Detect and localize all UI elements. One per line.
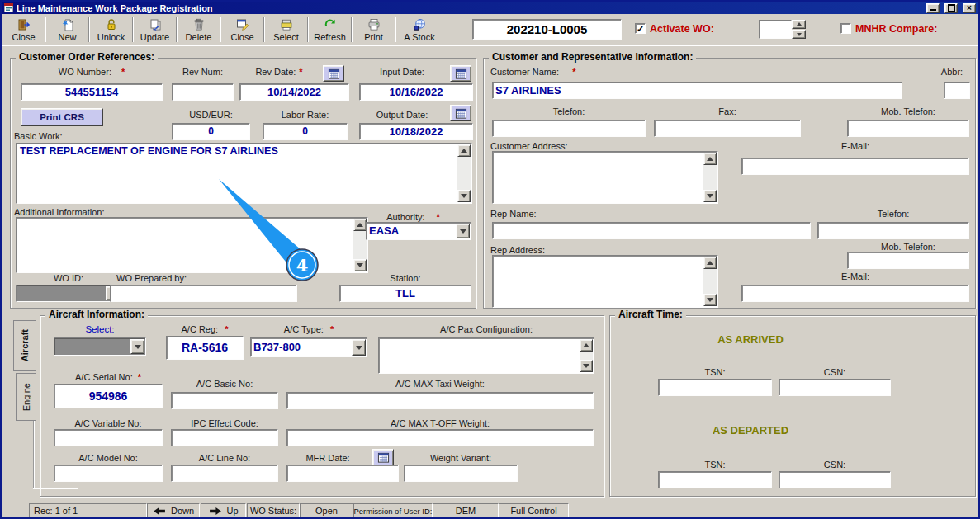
wo-number-field[interactable]: 544551154 (21, 83, 163, 101)
close-exit-button[interactable]: Close (4, 16, 43, 44)
scroll-up-button[interactable] (703, 257, 717, 269)
output-date-calendar-button[interactable] (450, 105, 471, 121)
activate-wo-checkbox[interactable]: ✓ (635, 23, 646, 34)
toolbar-separator (220, 17, 221, 42)
update-icon (149, 18, 162, 31)
scrollbar[interactable] (457, 144, 471, 202)
usd-eur-label: USD/EUR: (172, 110, 250, 120)
scrollbar[interactable] (703, 257, 717, 306)
scrollbar[interactable] (580, 339, 593, 372)
minimize-button[interactable] (926, 3, 940, 13)
scroll-down-button[interactable] (703, 190, 717, 202)
ac-model-no-field[interactable] (54, 465, 163, 482)
scroll-up-button[interactable] (353, 219, 367, 231)
pax-configuration-textarea[interactable] (378, 337, 594, 374)
customer-address-textarea[interactable] (492, 151, 718, 204)
fax-field[interactable] (654, 120, 801, 137)
arrived-tsn-field[interactable] (658, 379, 772, 396)
dropdown-button[interactable] (130, 339, 144, 354)
rep-name-field[interactable] (492, 222, 811, 239)
delete-button[interactable]: Delete (179, 16, 218, 44)
scroll-down-button[interactable] (457, 190, 471, 202)
unlock-button[interactable]: Unlock (92, 16, 130, 44)
spinner-up-button[interactable] (792, 20, 806, 29)
additional-information-textarea[interactable] (16, 217, 368, 273)
aircraft-time-group: Aircraft Time: AS ARRIVED TSN: CSN: AS D… (609, 315, 976, 497)
input-date-field[interactable]: 10/16/2022 (359, 83, 473, 101)
ac-reg-field[interactable]: RA-5616 (166, 336, 244, 360)
scrollbar[interactable] (703, 153, 717, 202)
record-down-button[interactable]: Down (147, 503, 200, 518)
labor-rate-field[interactable]: 0 (263, 123, 348, 140)
rep-telefon-field[interactable] (817, 222, 969, 239)
update-button[interactable]: Update (135, 16, 174, 44)
select-button[interactable]: Select (267, 16, 305, 44)
ac-serial-no-field[interactable]: 954986 (54, 384, 163, 408)
mfr-date-field[interactable] (286, 465, 399, 482)
spinner-down-button[interactable] (792, 30, 806, 39)
toolbar-separator (45, 17, 46, 42)
ac-max-taxi-weight-field[interactable] (286, 392, 594, 409)
close-window-button[interactable]: × (963, 3, 976, 13)
tab-engine[interactable]: Engine (16, 373, 36, 421)
customer-name-field[interactable]: S7 AIRLINES (492, 82, 902, 99)
rev-num-field[interactable] (172, 83, 234, 101)
aircraft-select-dropdown[interactable] (54, 337, 146, 356)
calendar-icon (455, 68, 467, 80)
rep-email-field[interactable] (741, 285, 969, 302)
scroll-down-button[interactable] (580, 360, 593, 372)
ac-type-dropdown[interactable]: B737-800 (250, 337, 367, 357)
aircraft-select-label[interactable]: Select: (54, 324, 146, 335)
refresh-button[interactable]: Refresh (310, 16, 349, 44)
dropdown-button[interactable] (456, 224, 470, 238)
wo-prepared-by-field[interactable] (110, 285, 297, 302)
dropdown-button[interactable] (352, 339, 366, 356)
telefon-field[interactable] (492, 120, 646, 137)
scrollbar[interactable] (353, 219, 367, 271)
scroll-down-button[interactable] (353, 259, 367, 271)
basic-work-textarea[interactable]: TEST REPLACEMENT OF ENGINE FOR S7 AIRLIN… (16, 143, 472, 204)
mnhr-compare-checkbox[interactable] (840, 23, 851, 34)
record-up-button[interactable]: Up (201, 503, 246, 518)
scroll-up-button[interactable] (580, 339, 593, 352)
mnhr-spinner-value[interactable] (759, 20, 792, 39)
rep-address-textarea[interactable] (492, 255, 718, 308)
ac-line-no-field[interactable] (171, 465, 278, 482)
mfr-date-calendar-button[interactable] (372, 449, 394, 466)
abbr-field[interactable] (944, 82, 970, 99)
ac-basic-no-field[interactable] (171, 392, 278, 409)
scroll-up-button[interactable] (457, 144, 471, 157)
authority-value: EASA (367, 224, 399, 237)
ac-variable-no-field[interactable] (54, 429, 163, 446)
toolbtn-label: Close (12, 32, 35, 42)
ac-max-toff-weight-field[interactable] (286, 429, 594, 446)
calendar-icon (328, 68, 340, 80)
ipc-effect-code-field[interactable] (171, 429, 278, 446)
print-crs-button[interactable]: Print CRS (21, 108, 103, 126)
print-button[interactable]: Print (354, 16, 393, 44)
scroll-down-button[interactable] (703, 294, 717, 306)
scroll-up-button[interactable] (703, 153, 717, 165)
close-record-button[interactable]: Close (223, 16, 262, 44)
required-marker: * (225, 324, 228, 334)
departed-tsn-field[interactable] (658, 471, 772, 488)
email-field[interactable] (741, 158, 969, 175)
mnhr-spinner[interactable] (792, 20, 806, 39)
authority-dropdown[interactable]: EASA (366, 222, 471, 240)
input-date-calendar-button[interactable] (450, 65, 471, 82)
departed-csn-field[interactable] (779, 471, 891, 488)
rev-date-field[interactable]: 10/14/2022 (239, 83, 349, 101)
rev-date-calendar-button[interactable] (323, 65, 344, 82)
station-field[interactable]: TLL (339, 285, 471, 302)
output-date-field[interactable]: 10/18/2022 (359, 123, 473, 140)
new-button[interactable]: New (48, 16, 87, 44)
tab-aircraft[interactable]: Aircraft (13, 320, 36, 371)
a-stock-button[interactable]: A Stock (398, 16, 441, 44)
mob-telefon-field[interactable] (847, 120, 969, 137)
weight-variant-field[interactable] (404, 465, 518, 482)
wo-id-dropdown[interactable] (16, 285, 121, 302)
arrived-csn-field[interactable] (779, 379, 891, 396)
rep-mob-telefon-field[interactable] (847, 252, 969, 269)
usd-eur-field[interactable]: 0 (172, 123, 250, 140)
restore-button[interactable] (944, 3, 958, 13)
